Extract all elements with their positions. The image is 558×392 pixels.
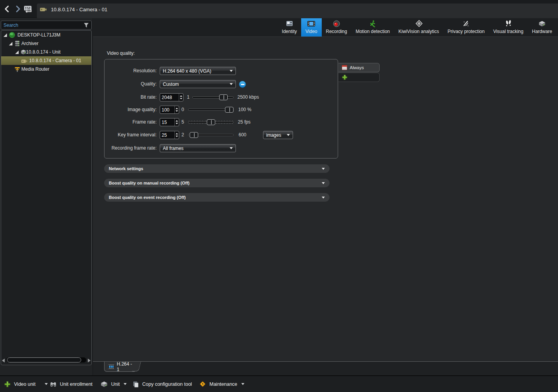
recording-frame-rate-dropdown[interactable]: All frames <box>160 144 236 152</box>
image-quality-max: 100 % <box>238 106 251 114</box>
unit-enrollment-button[interactable]: Unit enrollment <box>47 376 95 392</box>
key-frame-unit-dropdown[interactable]: images <box>263 131 293 139</box>
add-icon <box>4 381 11 388</box>
jump-to-button[interactable] <box>23 4 33 14</box>
toolbar-label: Unit enrollment <box>60 382 92 387</box>
tree-item-camera[interactable]: 10.8.0.174 - Camera - 01 <box>1 56 91 65</box>
slider-handle[interactable] <box>225 107 234 113</box>
tab-visual-tracking[interactable]: Visual tracking <box>489 18 528 37</box>
tab-motion-detection[interactable]: Motion detection <box>351 18 394 37</box>
tree-item-unit[interactable]: 10.8.0.174 - Unit <box>1 48 91 56</box>
hardware-icon <box>538 20 546 28</box>
server-icon <box>9 32 16 38</box>
chevron-down-icon[interactable] <box>124 383 127 385</box>
page-title: 10.8.0.174 - Camera - 01 <box>51 7 107 15</box>
scrollbar-thumb[interactable] <box>7 357 81 362</box>
bit-rate-slider[interactable] <box>192 93 234 101</box>
tab-label: Privacy protection <box>448 29 485 34</box>
schedule-tab-always[interactable]: Always <box>338 63 380 72</box>
tab-label: Motion detection <box>356 29 390 34</box>
frame-rate-input[interactable] <box>160 118 174 126</box>
chevron-down-icon <box>230 147 233 149</box>
quality-dropdown[interactable]: Custom <box>160 80 236 88</box>
slider-handle[interactable] <box>207 119 215 125</box>
maintenance-menu-button[interactable]: Maintenance <box>197 376 247 392</box>
unit-menu-button[interactable]: Unit <box>98 376 129 392</box>
archiver-icon <box>14 40 21 47</box>
scroll-left-arrow-icon[interactable] <box>2 359 5 362</box>
add-schedule-tab[interactable] <box>338 73 380 82</box>
key-frame-unit-value: images <box>266 132 284 138</box>
chevron-down-icon[interactable] <box>241 383 244 385</box>
search-input[interactable] <box>1 23 83 28</box>
sidebar: DESKTOP-LL71J3M Archiver 10.8.0.174 - Un… <box>0 18 93 375</box>
image-quality-input[interactable] <box>160 106 174 113</box>
stream-tab-h264-1[interactable]: H.264 - 1 <box>104 362 135 372</box>
key-frame-interval-slider[interactable] <box>188 131 234 139</box>
chevron-down-icon <box>230 70 233 72</box>
image-quality-label: Image quality: <box>105 106 157 114</box>
frame-rate-min: 5 <box>181 118 184 126</box>
tree-item-archiver[interactable]: Archiver <box>1 39 91 48</box>
resolution-label: Resolution: <box>105 67 157 75</box>
tab-recording[interactable]: Recording <box>322 18 352 37</box>
quality-label: Quality: <box>105 80 157 88</box>
accordion-boost-event-recording[interactable]: Boost quality on event recording (Off) <box>104 193 330 202</box>
accordion-label: Boost quality on event recording (Off) <box>109 195 319 200</box>
add-video-unit-button[interactable]: Video unit <box>2 376 50 392</box>
toolbar-label: Unit <box>111 382 120 387</box>
resolution-dropdown[interactable]: H.264 640 x 480 (VGA) <box>160 67 236 75</box>
bottom-toolbar: Video unit Unit enrollment Unit Copy con… <box>0 375 558 392</box>
video-icon <box>307 20 316 28</box>
forward-button[interactable] <box>13 5 22 13</box>
slider-handle[interactable] <box>190 132 198 138</box>
toolbar-label: Copy configuration tool <box>142 382 192 387</box>
spinner-arrows-icon[interactable] <box>174 131 179 139</box>
visual-tracking-icon <box>504 20 512 28</box>
camera-icon <box>21 58 28 64</box>
key-frame-interval-max: 600 <box>239 131 246 139</box>
tab-hardware[interactable]: Hardware <box>528 18 556 37</box>
accordion-boost-manual-recording[interactable]: Boost quality on manual recording (Off) <box>104 179 330 187</box>
image-quality-min: 0 <box>181 106 184 114</box>
chevron-down-icon <box>287 134 290 136</box>
copy-configuration-tool-button[interactable]: Copy configuration tool <box>130 376 194 392</box>
spinner-arrows-icon[interactable] <box>174 118 179 126</box>
tab-video[interactable]: Video <box>301 18 321 37</box>
entity-title-tab[interactable]: 10.8.0.174 - Camera - 01 <box>37 3 558 18</box>
resolution-value: H.264 640 x 480 (VGA) <box>163 68 227 74</box>
search-box <box>1 21 92 30</box>
video-quality-heading: Video quality: <box>107 51 135 56</box>
tab-privacy-protection[interactable]: Privacy protection <box>443 18 489 37</box>
scroll-right-arrow-icon[interactable] <box>88 359 91 362</box>
chevron-down-icon <box>322 168 325 170</box>
filter-icon[interactable] <box>83 22 89 28</box>
section-tabstrip: Identity Video Recording Motion detectio… <box>93 18 558 37</box>
video-settings-page: Video quality: Resolution: H.264 640 x 4… <box>93 37 558 362</box>
tree-item-server[interactable]: DESKTOP-LL71J3M <box>1 31 91 39</box>
expander-icon[interactable] <box>9 42 12 45</box>
tree-item-label: 10.8.0.174 - Unit <box>26 49 61 55</box>
key-frame-interval-input[interactable] <box>160 131 174 139</box>
bit-rate-label: Bit rate: <box>105 93 157 101</box>
frame-rate-slider[interactable] <box>188 118 234 126</box>
bit-rate-input[interactable] <box>160 94 179 101</box>
back-button[interactable] <box>3 5 12 13</box>
tab-identity[interactable]: Identity <box>277 18 301 37</box>
slider-handle[interactable] <box>219 94 228 100</box>
expander-icon[interactable] <box>15 51 19 54</box>
remove-custom-quality-button[interactable] <box>239 81 246 88</box>
scrollbar-track[interactable] <box>6 357 86 362</box>
media-router-icon <box>14 66 21 72</box>
frame-rate-label: Frame rate: <box>105 118 157 126</box>
image-quality-slider[interactable] <box>188 106 234 114</box>
spinner-arrows-icon[interactable] <box>174 106 179 113</box>
tab-kiwivision-analytics[interactable]: KiwiVision analytics <box>394 18 443 37</box>
accordion-network-settings[interactable]: Network settings <box>104 164 330 173</box>
spinner-arrows-icon[interactable] <box>179 94 183 101</box>
tree-item-media-router[interactable]: Media Router <box>1 65 91 73</box>
tree-item-label: Media Router <box>21 66 49 72</box>
tree-item-label: 10.8.0.174 - Camera - 01 <box>29 58 81 63</box>
motion-detection-icon <box>369 20 377 28</box>
expander-icon[interactable] <box>3 33 7 37</box>
